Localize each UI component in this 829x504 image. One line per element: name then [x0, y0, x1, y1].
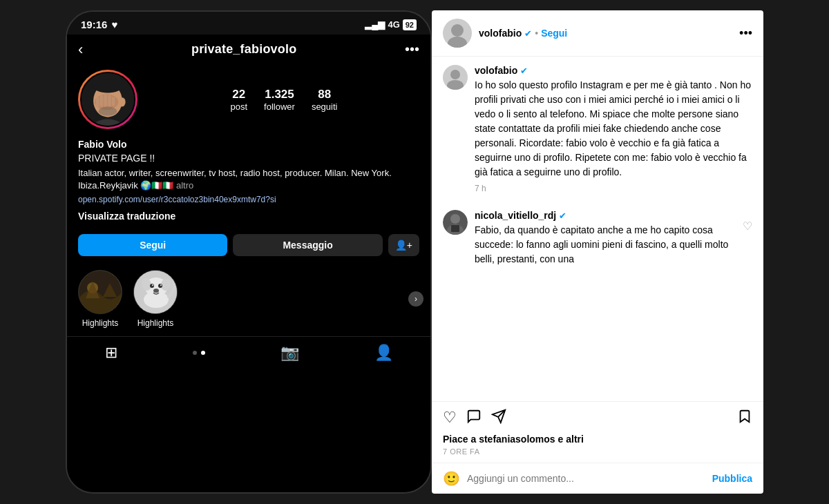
highlight-label-2: Highlights	[137, 318, 174, 328]
comment-heart-icon[interactable]: ♡	[743, 210, 752, 233]
following-label: seguiti	[312, 101, 338, 112]
follow-post-button[interactable]: Segui	[541, 28, 567, 39]
publish-button[interactable]: Pubblica	[712, 473, 752, 484]
following-stat: 88 seguiti	[312, 88, 338, 112]
dot-separator: •	[535, 28, 538, 39]
svg-point-19	[150, 284, 154, 288]
svg-point-20	[158, 284, 162, 288]
post-header: volofabio ✔ • Segui •••	[432, 10, 763, 57]
grid-icon[interactable]: ⊞	[105, 344, 117, 362]
comment-icon	[466, 409, 482, 424]
bio-line2: Italian actor, writer, screenwriter, tv …	[78, 167, 419, 193]
svg-point-10	[99, 106, 117, 115]
battery-indicator: 92	[403, 19, 417, 30]
phone-content: ‹ private_fabiovolo •••	[67, 35, 430, 492]
likes-user[interactable]: stefaniasolomos	[479, 434, 555, 445]
dot-2	[201, 351, 205, 355]
reply-comment-block: nicola_vitiello_rdj ✔ Fabio, da quando è…	[432, 202, 763, 275]
status-time: 19:16	[81, 19, 107, 30]
post-timestamp: 7 ORE FA	[432, 447, 763, 463]
followers-count: 1.325	[265, 88, 294, 101]
status-heart-icon: ♥	[111, 19, 117, 30]
svg-rect-8	[108, 95, 111, 106]
highlight-image-1	[79, 271, 122, 314]
main-caption-avatar	[443, 65, 468, 90]
highlight-image-2	[134, 271, 178, 314]
highlight-item-1[interactable]: Highlights	[78, 270, 122, 328]
reply-avatar-image	[443, 210, 468, 235]
main-caption-verified: ✔	[520, 66, 528, 76]
main-caption-content: volofabio ✔ Io ho solo questo profilo In…	[475, 65, 752, 193]
camera-icon[interactable]: 📷	[280, 344, 299, 362]
signal-icon: ▂▄▆	[365, 19, 385, 30]
highlights-row: Highlights	[67, 262, 430, 336]
svg-rect-33	[451, 225, 459, 232]
follow-button[interactable]: Segui	[78, 234, 227, 256]
svg-point-23	[153, 289, 159, 293]
like-button[interactable]: ♡	[443, 409, 457, 428]
profile-stats: 22 post 1.325 follower 88 seguiti	[149, 88, 419, 112]
profile-avatar-wrapper	[78, 70, 137, 129]
following-count: 88	[318, 88, 331, 101]
person-icon[interactable]: 👤	[374, 344, 393, 362]
emoji-button[interactable]: 🙂	[443, 470, 460, 487]
main-caption-time: 7 h	[475, 184, 752, 193]
status-right: ▂▄▆ 4G 92	[365, 19, 417, 30]
ig-nav-bar: ‹ private_fabiovolo •••	[67, 35, 430, 64]
comment-input[interactable]	[467, 473, 705, 484]
svg-rect-7	[104, 94, 107, 106]
share-icon	[491, 409, 506, 424]
profile-info-area: 22 post 1.325 follower 88 seguiti	[67, 64, 430, 137]
share-button[interactable]	[491, 409, 506, 428]
bio-link[interactable]: open.spotify.com/user/r3ccatoloz3bin40ex…	[78, 194, 419, 206]
back-button[interactable]: ‹	[78, 42, 83, 57]
bio-translate-link[interactable]: Visualizza traduzione	[78, 209, 419, 223]
profile-bio: Fabio Volo PRIVATE PAGE !! Italian actor…	[67, 137, 430, 229]
reply-content: nicola_vitiello_rdj ✔ Fabio, da quando è…	[475, 210, 736, 266]
post-likes: Piace a stefaniasolomos e altri	[432, 434, 763, 447]
dot-indicator	[193, 351, 205, 355]
nav-more-options[interactable]: •••	[405, 41, 419, 57]
post-header-info: volofabio ✔ • Segui	[479, 28, 732, 39]
action-icons-left: ♡	[443, 409, 737, 428]
reply-avatar	[443, 210, 468, 235]
profile-avatar-image	[82, 73, 134, 126]
post-more-options[interactable]: •••	[739, 26, 752, 41]
reply-username-row: nicola_vitiello_rdj ✔	[475, 210, 736, 221]
bio-name: Fabio Volo	[78, 137, 419, 151]
phone-bottom-nav: ⊞ 📷 👤	[67, 336, 430, 371]
comment-button[interactable]	[466, 409, 482, 428]
app-container: 19:16 ♥ ▂▄▆ 4G 92 ‹ private_fabiovolo ••…	[0, 0, 829, 504]
add-friend-button[interactable]: 👤+	[388, 234, 419, 256]
svg-rect-9	[112, 97, 115, 106]
message-button[interactable]: Messaggio	[233, 234, 382, 256]
followers-stat: 1.325 follower	[264, 88, 295, 112]
profile-username-nav: private_fabiovolo	[191, 42, 296, 57]
post-username: volofabio	[479, 28, 522, 39]
highlight-circle-2	[133, 270, 178, 314]
comment-input-area: 🙂 Pubblica	[432, 463, 763, 494]
main-caption-username-row: volofabio ✔	[475, 65, 752, 76]
scroll-right-icon[interactable]: ›	[408, 291, 423, 307]
svg-point-21	[152, 284, 153, 286]
reply-text: Fabio, da quando è capitato anche a me h…	[475, 223, 736, 266]
status-bar: 19:16 ♥ ▂▄▆ 4G 92	[67, 12, 430, 35]
posts-count: 22	[232, 88, 245, 101]
post-username-row: volofabio ✔ • Segui	[479, 28, 732, 39]
svg-point-22	[160, 284, 162, 286]
reply-username: nicola_vitiello_rdj	[475, 210, 556, 221]
post-header-avatar	[443, 19, 472, 48]
svg-point-25	[451, 24, 464, 37]
post-actions: ♡	[432, 401, 763, 434]
verified-badge: ✔	[524, 28, 532, 39]
main-caption-avatar-image	[443, 65, 468, 90]
svg-rect-5	[96, 97, 99, 107]
post-header-avatar-image	[443, 19, 472, 48]
status-left: 19:16 ♥	[81, 19, 117, 30]
dot-1	[193, 351, 197, 355]
reply-verified: ✔	[559, 211, 566, 221]
bookmark-button[interactable]	[737, 409, 752, 428]
highlight-circle-1	[78, 270, 122, 314]
svg-point-3	[93, 80, 122, 93]
highlight-item-2[interactable]: Highlights	[133, 270, 178, 328]
